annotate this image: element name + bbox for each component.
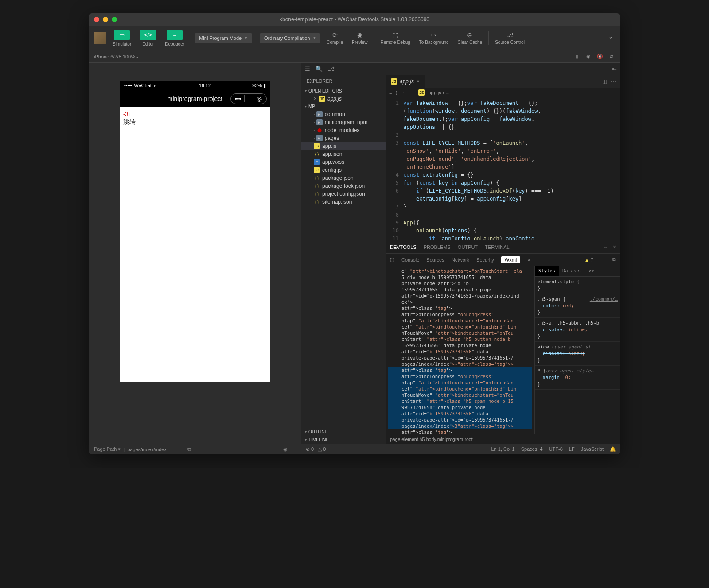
statusbar: ⊘ 0 △ 0 Ln 1, Col 1 Spaces: 4 UTF-8 LF J…	[301, 444, 620, 454]
simulator-panel: ••••• WeChat ᯤ 16:12 93% ▮ miniprogram-p…	[89, 63, 301, 454]
encoding[interactable]: UTF-8	[549, 446, 563, 452]
folder-item[interactable]: ›▸common	[301, 110, 386, 118]
sources-tab[interactable]: Sources	[426, 257, 444, 263]
bell-icon[interactable]: 🔔	[610, 446, 616, 452]
output-tab[interactable]: OUTPUT	[458, 244, 478, 250]
minimize-window-button[interactable]	[103, 17, 108, 22]
clear-cache-button[interactable]: ⊜ Clear Cache	[455, 30, 485, 46]
file-item[interactable]: JSapp.js	[301, 142, 386, 150]
devtools-footer: page element.h5-body.miniprogram-root	[386, 434, 620, 444]
problems-tab[interactable]: PROBLEMS	[424, 244, 451, 250]
explorer-title: EXPLORER	[301, 75, 386, 87]
indent-setting[interactable]: Spaces: 4	[521, 446, 543, 452]
phone-content[interactable]: -3+ 跳转	[120, 107, 270, 382]
file-item[interactable]: #app.wxss	[301, 158, 386, 166]
open-editor-file[interactable]: × JS app.js	[301, 95, 386, 103]
file-item[interactable]: { }app.json	[301, 150, 386, 158]
split-editor-icon[interactable]: ◫	[602, 78, 607, 85]
styles-panel: Styles Dataset >> element.style {}./comm…	[534, 266, 620, 434]
styles-more[interactable]: >>	[585, 266, 598, 276]
to-background-button[interactable]: ↦ To Background	[417, 30, 452, 46]
bookmark-icon[interactable]: ⫿	[395, 90, 398, 95]
file-item[interactable]: { }package-lock.json	[301, 182, 386, 190]
project-root[interactable]: MP	[301, 103, 386, 110]
folder-item[interactable]: ›▸pages	[301, 134, 386, 142]
rotate-icon[interactable]: ▯	[573, 53, 580, 60]
eol[interactable]: LF	[569, 446, 575, 452]
terminal-tab[interactable]: TERMINAL	[485, 244, 510, 250]
warnings-indicator[interactable]: △ 0	[318, 446, 326, 452]
code-area[interactable]: 1 23 456 7891011 var fakeWindow = {};var…	[386, 97, 620, 240]
copy-icon[interactable]: ⧉	[187, 446, 191, 452]
inspect-icon[interactable]: ⬚	[390, 257, 394, 263]
errors-indicator[interactable]: ⊘ 0	[306, 446, 314, 452]
list-icon[interactable]: ☰	[305, 66, 310, 72]
explorer-panel: EXPLORER OPEN EDITORS × JS app.js MP ›▸c…	[301, 75, 386, 444]
devtools-tab[interactable]: DEVTOOLS	[390, 244, 417, 250]
nav-back-icon[interactable]: ≡	[389, 90, 392, 95]
wxml-tree[interactable]: e" "attr">bindtouchstart="onTouchStart" …	[386, 266, 534, 434]
outline-section[interactable]: OUTLINE	[301, 428, 386, 436]
wxml-tab[interactable]: Wxml	[501, 256, 521, 263]
debugger-button[interactable]: ≡ Debugger	[162, 28, 187, 48]
nav-more-icon[interactable]: •••	[234, 95, 242, 102]
preview-button[interactable]: ◉ Preview	[349, 30, 370, 46]
prev-icon[interactable]: ←	[401, 90, 406, 95]
remote-debug-button[interactable]: ⬚ Remote Debug	[378, 30, 413, 46]
maximize-window-button[interactable]	[112, 17, 117, 22]
editor-button[interactable]: </> Editor	[137, 28, 159, 48]
device-select[interactable]: iPhone 6/7/8 100% ▾	[94, 54, 138, 59]
page-path-input[interactable]	[127, 447, 185, 452]
dt-menu-icon[interactable]: ⋮	[600, 257, 605, 263]
more-icon[interactable]: ⋯	[291, 446, 296, 452]
network-tab[interactable]: Network	[452, 257, 469, 263]
avatar[interactable]	[94, 32, 106, 44]
visibility-icon[interactable]: ◉	[283, 446, 288, 452]
file-item[interactable]: JSconfig.js	[301, 166, 386, 174]
record-icon[interactable]: ◉	[585, 53, 592, 60]
editor-tab[interactable]: JS app.js ×	[386, 75, 425, 88]
editor-more-icon[interactable]: ⋯	[611, 78, 616, 85]
search-icon[interactable]: 🔍	[316, 66, 323, 72]
file-item[interactable]: { }package.json	[301, 174, 386, 182]
compile-select[interactable]: Ordinary Compilation▼	[260, 33, 320, 43]
nav-target-icon[interactable]: ◎	[255, 95, 264, 102]
source-control-button[interactable]: ⎇ Source Control	[492, 30, 527, 46]
toolbar: ▭ Simulator </> Editor ≡ Debugger Mini P…	[89, 26, 620, 50]
security-tab[interactable]: Security	[476, 257, 494, 263]
warning-badge[interactable]: ▲ 7	[584, 257, 593, 263]
file-item[interactable]: { }sitemap.json	[301, 198, 386, 206]
styles-tab[interactable]: Styles	[535, 266, 559, 276]
cursor-position[interactable]: Ln 1, Col 1	[491, 446, 515, 452]
file-item[interactable]: { }project.config.json	[301, 190, 386, 198]
git-icon[interactable]: ⎇	[328, 66, 335, 72]
folder-item[interactable]: ›⬤node_modules	[301, 126, 386, 134]
wifi-icon: ᯤ	[153, 83, 158, 88]
panel-up-icon[interactable]: ︿	[603, 243, 608, 251]
folder-item[interactable]: ›▸miniprogram_npm	[301, 118, 386, 126]
close-window-button[interactable]	[94, 17, 99, 22]
compile-button[interactable]: ⟳ Compile	[324, 30, 346, 46]
console-tab[interactable]: Console	[401, 257, 419, 263]
language-mode[interactable]: JavaScript	[581, 446, 604, 452]
expand-icon[interactable]: ⧉	[608, 53, 615, 60]
dataset-tab[interactable]: Dataset	[559, 266, 585, 276]
next-icon[interactable]: →	[410, 90, 415, 95]
breadcrumb[interactable]: app.js › ...	[428, 90, 449, 95]
phone-frame: ••••• WeChat ᯤ 16:12 93% ▮ miniprogram-p…	[120, 81, 270, 382]
mute-icon[interactable]: 🔇	[596, 53, 604, 60]
open-editors-section[interactable]: OPEN EDITORS	[301, 87, 386, 95]
devtools-panel: DEVTOOLS PROBLEMS OUTPUT TERMINAL ︿ × ⬚ …	[386, 240, 620, 444]
tab-close-icon[interactable]: ×	[417, 78, 420, 85]
collapse-icon[interactable]: ⇤	[612, 66, 617, 72]
more-button[interactable]: »	[607, 32, 615, 44]
mode-select[interactable]: Mini Program Mode▼	[195, 33, 252, 43]
timeline-section[interactable]: TIMELINE	[301, 436, 386, 444]
sim-footer: Page Path ▾ | ⧉ ◉ ⋯	[89, 444, 301, 454]
panel-close-icon[interactable]: ×	[613, 244, 616, 250]
titlebar: kbone-template-preact - WeChat Devtools …	[89, 13, 620, 26]
simulator-button[interactable]: ▭ Simulator	[110, 28, 134, 48]
page-path-label: Page Path ▾	[94, 446, 121, 452]
dt-more-icon[interactable]: »	[527, 257, 530, 263]
dt-dock-icon[interactable]: ⧉	[612, 257, 616, 263]
